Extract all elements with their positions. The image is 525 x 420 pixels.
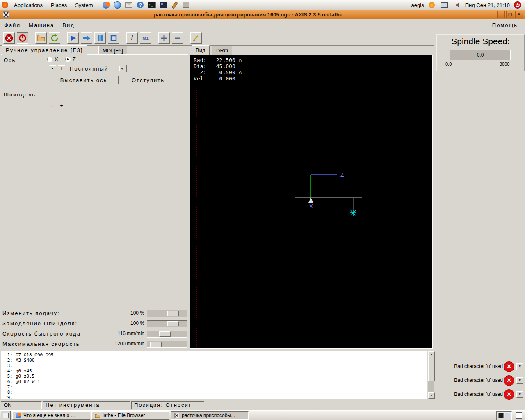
volume-applet-icon[interactable] xyxy=(453,1,461,9)
help-launcher-icon[interactable]: ? xyxy=(136,1,144,9)
radio-axis-x[interactable]: X xyxy=(47,56,58,62)
stop-icon xyxy=(110,35,117,41)
slider-knob[interactable] xyxy=(167,311,179,316)
desktop-icon xyxy=(3,413,9,418)
home-axis-button[interactable]: Выставить ось xyxy=(49,76,119,84)
close-button[interactable]: ✕ xyxy=(515,11,523,18)
jog-speed-slider[interactable] xyxy=(147,331,187,338)
menu-file[interactable]: Файл xyxy=(0,22,25,28)
menu-places[interactable]: Places xyxy=(48,0,70,10)
error-dismiss-button[interactable]: ✕ xyxy=(516,363,523,370)
run-step-button[interactable] xyxy=(81,32,92,44)
run-button[interactable] xyxy=(67,32,79,44)
estop-icon xyxy=(5,34,13,42)
taskbar-item-filebrowser[interactable]: lathe - File Browser xyxy=(91,411,169,420)
package-launcher-icon[interactable] xyxy=(182,1,190,9)
open-file-button[interactable] xyxy=(35,32,47,44)
slider-knob[interactable] xyxy=(150,342,162,347)
spindle-min-label: 0.0 xyxy=(445,62,452,66)
menu-machine[interactable]: Машина xyxy=(25,22,58,28)
zoom-out-button[interactable] xyxy=(172,32,183,44)
radio-axis-z[interactable]: Z xyxy=(65,56,76,62)
notes-applet-icon[interactable] xyxy=(514,411,523,420)
menu-view[interactable]: Вид xyxy=(58,22,79,28)
tab-dro[interactable]: DRO xyxy=(212,46,232,55)
jog-plus-button[interactable]: + xyxy=(58,65,65,73)
menu-system[interactable]: System xyxy=(72,0,96,10)
spindle-override-slider[interactable] xyxy=(147,320,187,327)
gcode-line: 7: xyxy=(2,384,427,390)
display-applet-icon[interactable] xyxy=(441,1,449,9)
tab-preview[interactable]: Вид xyxy=(192,45,210,55)
gcode-scrollbar[interactable]: ▲ ▼ xyxy=(428,351,434,399)
menu-applications[interactable]: Applications xyxy=(11,0,46,10)
clock-label[interactable]: Пнд Сен 21, 21:10 xyxy=(465,2,510,8)
gnome-panel: Applications Places System ? >_ aegis Пн… xyxy=(0,0,525,10)
jog-minus-button[interactable]: - xyxy=(49,65,56,73)
axis-app-icon xyxy=(173,413,180,419)
slider-knob[interactable] xyxy=(167,321,179,326)
error-dismiss-button[interactable]: ✕ xyxy=(516,377,523,384)
folder-icon xyxy=(94,413,100,419)
dropdown-arrow-icon xyxy=(119,66,125,71)
distro-logo-icon[interactable] xyxy=(2,2,8,8)
firefox-icon xyxy=(15,413,21,419)
radio-x-icon xyxy=(47,57,52,62)
window-titlebar[interactable]: расточка приспособы для центрирования 16… xyxy=(0,10,525,20)
preview-canvas[interactable]: Rad: 22.500 ⌂Dia: 45.000 Z: 0.500 ⌂Vel: … xyxy=(190,55,433,349)
show-desktop-button[interactable] xyxy=(1,411,11,420)
reload-button[interactable] xyxy=(49,32,60,44)
maximize-button[interactable]: ▢ xyxy=(506,11,514,18)
clear-plot-button[interactable] xyxy=(190,32,202,44)
taskbar: Что я еще не знал о ... lathe - File Bro… xyxy=(0,410,525,420)
spindle-plus-button[interactable]: + xyxy=(58,103,65,110)
update-notifier-icon[interactable] xyxy=(428,1,436,9)
screenshot-launcher-icon[interactable] xyxy=(159,1,167,9)
gcode-listing[interactable]: 1:G7 G18 G90 G95 2:M3 S400 3: 4:g0 x45 5… xyxy=(1,351,427,399)
error-notification: Bad character 'u' used ✕ ✕ xyxy=(435,374,525,386)
tray-display-icon[interactable] xyxy=(505,413,510,418)
x-axis-label: X xyxy=(309,203,313,209)
toggle-optional-pause-button[interactable]: M1 xyxy=(140,32,151,44)
spindle-speed-title: Spindle Speed: xyxy=(437,37,524,46)
screen: Applications Places System ? >_ aegis Пн… xyxy=(0,0,525,420)
spindle-minus-button[interactable]: - xyxy=(49,103,56,110)
taskbar-item-axis[interactable]: расточка приспособы... xyxy=(171,411,249,420)
taskbar-item-firefox[interactable]: Что я еще не знал о ... xyxy=(12,411,90,420)
error-dismiss-button[interactable]: ✕ xyxy=(516,391,523,398)
pause-button[interactable] xyxy=(94,32,106,44)
firefox-launcher-icon[interactable] xyxy=(102,1,110,9)
zoom-out-icon xyxy=(174,35,181,41)
max-velocity-slider[interactable] xyxy=(147,341,187,348)
toggle-skip-lines-button[interactable]: / xyxy=(126,32,138,44)
logout-button-icon[interactable] xyxy=(514,1,522,9)
mail-launcher-icon[interactable] xyxy=(125,1,133,9)
machine-power-button[interactable] xyxy=(17,32,28,44)
status-tool: Нет инструмента xyxy=(43,401,130,409)
backplot-graphics: Z X xyxy=(190,55,432,348)
step-arrow-icon xyxy=(82,35,91,41)
feed-override-slider[interactable] xyxy=(147,310,187,317)
jog-mode-dropdown[interactable]: Постоянный xyxy=(67,65,127,72)
spindle-speed-panel: Spindle Speed: 0.0 0.0 3000 xyxy=(436,34,525,71)
run-icon xyxy=(69,34,77,42)
touch-off-button[interactable]: Отступить xyxy=(121,76,175,84)
scrollbar-thumb[interactable] xyxy=(428,357,435,381)
slider-knob[interactable] xyxy=(159,331,171,337)
terminal-launcher-icon[interactable]: >_ xyxy=(148,1,156,9)
tools-launcher-icon[interactable] xyxy=(171,1,179,9)
tab-manual-control[interactable]: Ручное управление [F3] xyxy=(2,45,87,55)
error-notification: Bad character 'u' used ✕ ✕ xyxy=(435,388,525,400)
menu-help[interactable]: Помощь xyxy=(488,22,525,28)
status-power: ON xyxy=(1,401,42,409)
estop-button[interactable] xyxy=(3,32,15,44)
pause-icon xyxy=(97,35,103,41)
tab-mdi[interactable]: MDI [F5] xyxy=(98,46,127,55)
zoom-in-button[interactable] xyxy=(158,32,170,44)
tray-terminal-icon[interactable] xyxy=(498,413,504,418)
minimize-button[interactable]: _ xyxy=(497,11,505,18)
gcode-line: 6:g0 U2 W-1 xyxy=(2,379,427,384)
stop-button[interactable] xyxy=(108,32,119,44)
scroll-down-icon[interactable]: ▼ xyxy=(428,392,435,399)
web-browser-launcher-icon[interactable] xyxy=(113,1,121,9)
